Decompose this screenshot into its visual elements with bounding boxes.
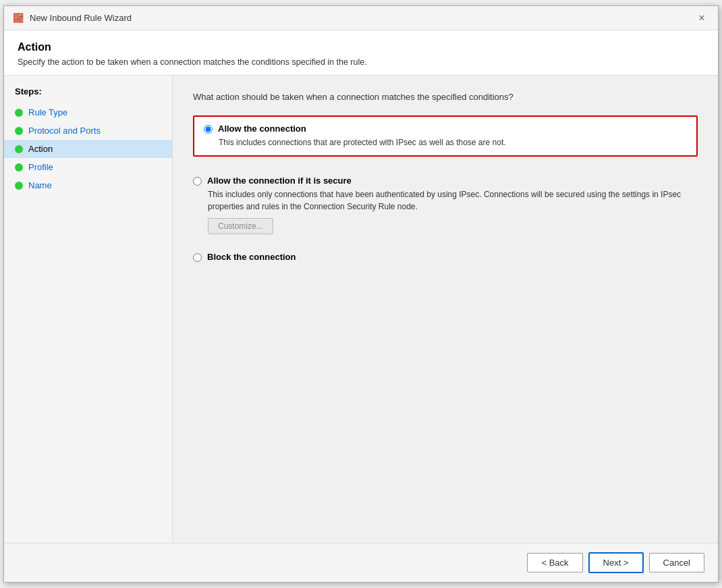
radio-allow-secure[interactable] bbox=[193, 177, 202, 186]
sidebar-label-profile: Profile bbox=[28, 162, 53, 172]
step-dot-protocol-ports bbox=[15, 127, 23, 135]
option-block-box: Block the connection bbox=[193, 245, 698, 269]
wizard-window: 🧱 New Inbound Rule Wizard × Action Speci… bbox=[3, 5, 719, 583]
option-allow-secure-label: Allow the connection if it is secure bbox=[207, 176, 352, 186]
content-area: What action should be taken when a conne… bbox=[173, 76, 718, 543]
window-icon: 🧱 bbox=[12, 12, 24, 24]
sidebar: Steps: Rule Type Protocol and Ports Acti… bbox=[4, 76, 173, 543]
sidebar-item-profile[interactable]: Profile bbox=[4, 158, 172, 176]
title-bar-left: 🧱 New Inbound Rule Wizard bbox=[12, 12, 132, 24]
option-allow-secure-desc: This includes only connections that have… bbox=[208, 188, 698, 213]
sidebar-label-rule-type: Rule Type bbox=[28, 107, 67, 117]
option-block-row: Block the connection bbox=[193, 252, 698, 262]
sidebar-label-protocol-ports: Protocol and Ports bbox=[28, 126, 101, 136]
option-allow-desc: This includes connections that are prote… bbox=[219, 136, 687, 149]
cancel-button[interactable]: Cancel bbox=[649, 553, 704, 572]
sidebar-item-protocol-ports[interactable]: Protocol and Ports bbox=[4, 122, 172, 140]
page-title: Action bbox=[18, 41, 704, 53]
steps-label: Steps: bbox=[4, 86, 172, 103]
step-dot-rule-type bbox=[15, 109, 23, 117]
step-dot-profile bbox=[15, 163, 23, 171]
customize-button[interactable]: Customize... bbox=[208, 218, 273, 234]
option-block-label: Block the connection bbox=[207, 252, 296, 262]
sidebar-item-rule-type[interactable]: Rule Type bbox=[4, 103, 172, 122]
option-allow-secure-box: Allow the connection if it is secure Thi… bbox=[193, 169, 698, 241]
option-allow-secure-row: Allow the connection if it is secure bbox=[193, 176, 698, 186]
radio-allow[interactable] bbox=[204, 125, 213, 134]
back-button[interactable]: < Back bbox=[527, 553, 582, 572]
option-allow-box: Allow the connection This includes conne… bbox=[193, 115, 698, 157]
question-text: What action should be taken when a conne… bbox=[193, 92, 698, 102]
sidebar-item-action[interactable]: Action bbox=[4, 140, 172, 158]
step-dot-action bbox=[15, 145, 23, 153]
header-area: Action Specify the action to be taken wh… bbox=[4, 30, 718, 76]
footer: < Back Next > Cancel bbox=[4, 543, 718, 582]
option-allow-label: Allow the connection bbox=[218, 124, 306, 134]
window-title: New Inbound Rule Wizard bbox=[30, 13, 132, 23]
main-content: Steps: Rule Type Protocol and Ports Acti… bbox=[4, 76, 718, 543]
sidebar-label-action: Action bbox=[28, 144, 53, 154]
sidebar-item-name[interactable]: Name bbox=[4, 176, 172, 194]
page-subtitle: Specify the action to be taken when a co… bbox=[18, 57, 704, 67]
option-allow-row: Allow the connection bbox=[204, 124, 687, 134]
close-button[interactable]: × bbox=[694, 10, 710, 26]
radio-block[interactable] bbox=[193, 253, 202, 262]
next-button[interactable]: Next > bbox=[588, 552, 644, 573]
step-dot-name bbox=[15, 182, 23, 190]
sidebar-label-name: Name bbox=[28, 180, 52, 190]
title-bar: 🧱 New Inbound Rule Wizard × bbox=[4, 6, 718, 30]
